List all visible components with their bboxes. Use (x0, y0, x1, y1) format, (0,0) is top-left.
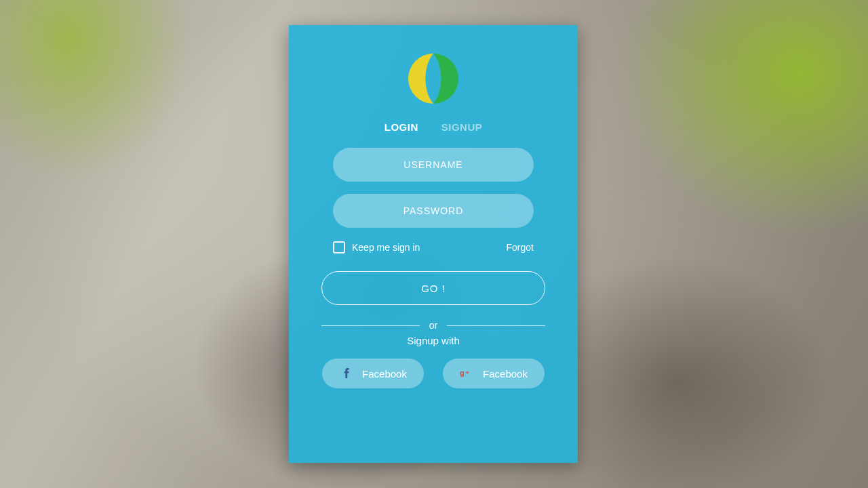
google-plus-icon: g + (460, 366, 475, 381)
separator-label: or (429, 320, 437, 331)
divider-line (447, 325, 545, 326)
tab-signup[interactable]: SIGNUP (441, 121, 483, 133)
facebook-button[interactable]: Facebook (322, 359, 424, 388)
google-label: Facebook (483, 368, 528, 380)
options-row: Keep me sign in Forgot (333, 241, 534, 253)
forgot-link[interactable]: Forgot (507, 242, 534, 253)
login-card: LOGIN SIGNUP Keep me sign in Forgot GO !… (289, 25, 578, 463)
social-row: Facebook g + Facebook (322, 359, 545, 388)
keep-signed-in-checkbox[interactable]: Keep me sign in (333, 241, 420, 253)
logo-icon (407, 54, 460, 104)
google-button[interactable]: g + Facebook (443, 359, 545, 388)
username-input[interactable] (333, 148, 534, 182)
signup-with-label: Signup with (407, 335, 460, 346)
keep-signed-in-label: Keep me sign in (352, 242, 420, 253)
facebook-icon (339, 366, 354, 381)
auth-tabs: LOGIN SIGNUP (384, 121, 483, 133)
divider-line (321, 325, 420, 326)
facebook-label: Facebook (362, 368, 407, 380)
background-blur: LOGIN SIGNUP Keep me sign in Forgot GO !… (0, 0, 868, 488)
separator: or (321, 320, 545, 331)
password-input[interactable] (333, 194, 534, 228)
svg-text:+: + (465, 369, 469, 376)
checkbox-icon (333, 241, 345, 253)
tab-login[interactable]: LOGIN (384, 121, 418, 133)
svg-text:g: g (460, 369, 465, 377)
go-button[interactable]: GO ! (321, 271, 545, 305)
